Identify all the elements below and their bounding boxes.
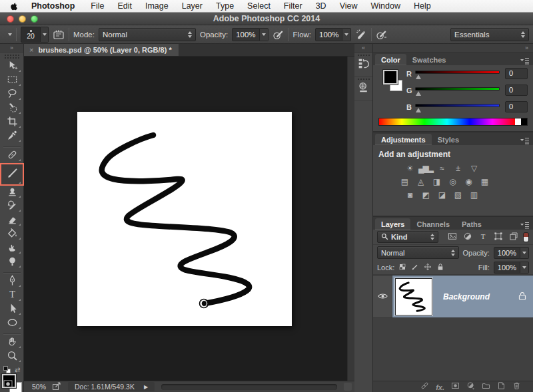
dodge-tool[interactable]: [0, 256, 24, 270]
channel-mixer-icon[interactable]: ◉: [462, 176, 474, 187]
opacity-select[interactable]: 100%: [232, 28, 268, 41]
trash[interactable]: [512, 381, 521, 392]
brightness-contrast-icon[interactable]: ☀: [404, 163, 415, 174]
menu-item-filter[interactable]: Filter: [277, 1, 309, 11]
layer-blend-mode-select[interactable]: Normal: [377, 246, 459, 259]
tab-paths[interactable]: Paths: [456, 218, 488, 230]
status-expand-arrow-icon[interactable]: ▶: [144, 384, 148, 390]
filter-type[interactable]: T: [478, 232, 488, 242]
filter-adjustment[interactable]: [463, 232, 472, 242]
menu-item-help[interactable]: Help: [407, 1, 438, 11]
hue-saturation-icon[interactable]: ▤: [398, 176, 410, 187]
healing-brush-tool[interactable]: [0, 149, 24, 163]
minimize-window-button[interactable]: [19, 15, 26, 23]
color-lookup-icon[interactable]: ▦: [478, 176, 490, 187]
layer-opacity-select[interactable]: 100%: [494, 247, 529, 259]
tab-swatches[interactable]: Swatches: [406, 54, 452, 65]
filter-smartobject[interactable]: [509, 232, 518, 242]
menu-item-3d[interactable]: 3D: [309, 1, 333, 11]
foreground-color-swatch[interactable]: [383, 70, 398, 85]
brush-tool[interactable]: [0, 163, 24, 186]
zoom-tool[interactable]: [0, 350, 24, 364]
fx[interactable]: fx.: [436, 381, 444, 392]
channel-slider[interactable]: [415, 86, 500, 95]
toggle-brush-panel-icon[interactable]: [53, 29, 65, 41]
close-tab-icon[interactable]: ×: [29, 46, 33, 54]
marquee-tool[interactable]: [0, 74, 24, 88]
levels-icon[interactable]: ▄▆▂: [420, 163, 431, 174]
crop-tool[interactable]: [0, 116, 24, 130]
lock-all[interactable]: [436, 263, 444, 272]
lasso-tool[interactable]: [0, 88, 24, 102]
vertical-scrollbar[interactable]: [347, 57, 354, 381]
exposure-icon[interactable]: ±: [452, 163, 463, 174]
tab-adjustments[interactable]: Adjustments: [375, 134, 432, 145]
horizontal-scrollbar[interactable]: [161, 384, 337, 390]
tool-preset-arrow-icon[interactable]: [8, 33, 12, 36]
menu-item-select[interactable]: Select: [241, 1, 277, 11]
canvas-pasteboard[interactable]: [24, 57, 354, 381]
eraser-tool[interactable]: [0, 214, 24, 228]
lock-move[interactable]: [424, 263, 432, 272]
close-window-button[interactable]: [7, 15, 14, 23]
mask[interactable]: [451, 381, 460, 392]
workspace-select[interactable]: Essentials: [450, 28, 529, 41]
layer-row-background[interactable]: Background: [373, 276, 533, 318]
slider-thumb[interactable]: [416, 108, 421, 112]
pressure-opacity-icon[interactable]: [272, 29, 284, 41]
panel-menu-icon[interactable]: [520, 220, 530, 232]
channel-slider[interactable]: [415, 69, 500, 79]
quick-mask-icon[interactable]: [3, 379, 13, 391]
channel-slider[interactable]: [415, 102, 500, 112]
selective-color-icon[interactable]: ▥: [468, 190, 479, 200]
document-info-field[interactable]: Doc: 1.61M/549.3K ▶: [68, 382, 155, 391]
tab-color[interactable]: Color: [375, 54, 406, 65]
menu-item-photoshop[interactable]: Photoshop: [25, 1, 84, 11]
channel-value-field[interactable]: 0: [505, 68, 528, 79]
title-bar[interactable]: Adobe Photoshop CC 2014: [0, 13, 533, 25]
posterize-icon[interactable]: ◩: [420, 190, 431, 200]
zoom-window-button[interactable]: [31, 15, 38, 23]
layer-filter-toggle[interactable]: [523, 232, 529, 242]
toolbar-separator[interactable]: [0, 144, 24, 149]
history-brush-tool[interactable]: [0, 200, 24, 214]
layer-visibility-cell[interactable]: [373, 276, 392, 317]
link[interactable]: [420, 381, 429, 392]
tab-channels[interactable]: Channels: [410, 218, 456, 230]
pen-tool[interactable]: [0, 275, 24, 289]
swap-colors-icon[interactable]: ⇄: [15, 367, 20, 373]
expand-dock-button[interactable]: «: [354, 44, 372, 53]
eyedropper-tool[interactable]: [0, 130, 24, 144]
brush-size-picker[interactable]: 20: [21, 27, 49, 43]
tab-styles[interactable]: Styles: [432, 134, 465, 145]
apple-menu[interactable]: [0, 1, 25, 11]
zoom-level-field[interactable]: 50%: [32, 383, 46, 391]
gradient-map-icon[interactable]: ▧: [452, 190, 463, 200]
move-tool[interactable]: [0, 60, 24, 74]
menu-item-image[interactable]: Image: [139, 1, 175, 11]
collapse-panels-button[interactable]: »: [373, 44, 533, 53]
lock-transparent[interactable]: [398, 263, 406, 272]
properties-panel[interactable]: [354, 77, 372, 100]
channel-value-field[interactable]: 0: [505, 85, 528, 96]
tab-layers[interactable]: Layers: [375, 218, 410, 230]
threshold-icon[interactable]: ◪: [436, 190, 447, 200]
curves-icon[interactable]: ≈: [436, 163, 447, 174]
paint-bucket-tool[interactable]: [0, 228, 24, 242]
menu-item-view[interactable]: View: [333, 1, 364, 11]
layer-thumbnail[interactable]: [395, 278, 432, 315]
collapse-tools-button[interactable]: »: [0, 44, 23, 53]
tools-grip[interactable]: [5, 55, 19, 59]
clone-stamp-tool[interactable]: [0, 186, 24, 200]
blend-mode-select[interactable]: Normal: [99, 28, 196, 41]
filter-shape[interactable]: [494, 232, 503, 242]
hand-tool[interactable]: [0, 336, 24, 350]
pressure-size-icon[interactable]: [376, 29, 388, 41]
channel-value-field[interactable]: 0: [505, 101, 528, 112]
photo-filter-icon[interactable]: ◎: [446, 176, 458, 187]
document-canvas[interactable]: [77, 112, 292, 326]
quick-select-tool[interactable]: [0, 102, 24, 116]
path-select-tool[interactable]: [0, 303, 24, 317]
toolbar-separator[interactable]: [0, 331, 24, 336]
panel-menu-icon[interactable]: [520, 135, 530, 147]
